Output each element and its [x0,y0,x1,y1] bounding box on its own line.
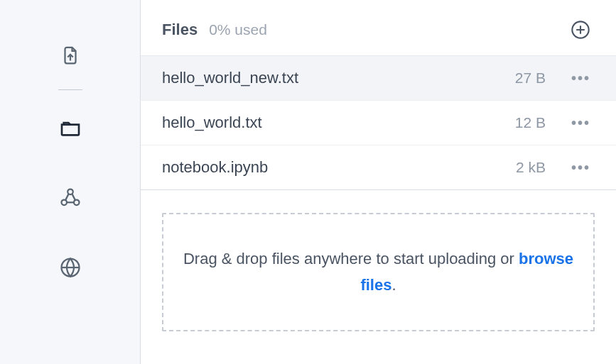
dropzone-text: Drag & drop files anywhere to start uplo… [183,250,519,268]
more-icon[interactable]: ••• [571,160,590,176]
svg-point-1 [61,200,67,206]
files-header: Files 0% used [141,0,616,56]
header-usage: 0% used [209,21,571,38]
share-icon[interactable] [45,172,96,224]
dropzone-suffix: . [391,276,396,294]
file-size: 12 B [506,114,546,131]
globe-icon[interactable] [45,242,96,293]
file-row[interactable]: notebook.ipynb 2 kB ••• [141,145,616,190]
sidebar-divider [58,89,82,90]
file-row[interactable]: hello_world.txt 12 B ••• [141,101,616,145]
file-size: 2 kB [506,159,546,176]
file-name: notebook.ipynb [162,158,506,177]
file-row[interactable]: hello_world_new.txt 27 B ••• [141,56,616,101]
file-list: hello_world_new.txt 27 B ••• hello_world… [141,56,616,190]
file-size: 27 B [506,70,546,87]
more-icon[interactable]: ••• [571,115,590,131]
dropzone[interactable]: Drag & drop files anywhere to start uplo… [162,213,595,331]
file-name: hello_world_new.txt [162,69,506,87]
main-panel: Files 0% used hello_world_new.txt 27 B •… [141,0,616,364]
header-title: Files [162,21,198,39]
files-icon[interactable] [45,103,96,154]
svg-point-0 [67,189,73,195]
add-button[interactable] [571,20,590,40]
svg-point-2 [74,200,80,206]
more-icon[interactable]: ••• [571,70,590,87]
file-name: hello_world.txt [162,114,506,132]
sidebar [0,0,141,364]
upload-icon[interactable] [45,30,96,81]
